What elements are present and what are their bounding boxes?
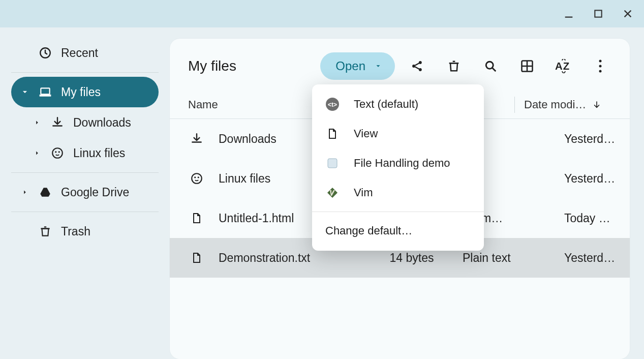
- svg-point-18: [192, 173, 202, 184]
- menu-item-text-default[interactable]: <t> Text (default): [312, 89, 484, 119]
- delete-button[interactable]: [440, 52, 468, 80]
- file-icon: [188, 252, 205, 264]
- file-icon: [188, 212, 205, 224]
- svg-point-15: [599, 60, 602, 63]
- sort-az-icon: AZ: [555, 59, 572, 73]
- svg-text:A: A: [555, 61, 563, 72]
- sidebar-label: Recent: [61, 46, 98, 60]
- svg-point-5: [52, 148, 63, 158]
- sidebar-item-google-drive[interactable]: Google Drive: [11, 177, 159, 207]
- svg-rect-23: [328, 159, 337, 168]
- menu-label: Text (default): [354, 98, 418, 111]
- sidebar-item-linux-files[interactable]: Linux files: [23, 138, 159, 168]
- sidebar-item-my-files[interactable]: My files: [11, 77, 159, 107]
- download-icon: [188, 132, 205, 145]
- open-button[interactable]: Open: [320, 52, 395, 80]
- linux-icon: [188, 172, 205, 185]
- sidebar-label: Trash: [61, 225, 90, 238]
- linux-icon: [51, 146, 64, 160]
- menu-divider: [312, 212, 484, 212]
- divider: [11, 72, 159, 73]
- sidebar-label: Linux files: [73, 146, 125, 160]
- share-icon: [410, 59, 424, 73]
- svg-point-16: [599, 65, 602, 68]
- svg-rect-0: [565, 17, 573, 18]
- close-button[interactable]: [618, 4, 638, 24]
- sidebar-label: Google Drive: [61, 186, 129, 199]
- grid-icon: [520, 59, 534, 73]
- page-title: My files: [188, 58, 320, 74]
- file-date: Yesterday 9:2…: [549, 132, 616, 146]
- sidebar-label: Downloads: [73, 116, 131, 130]
- clock-icon: [39, 46, 52, 59]
- sidebar-item-recent[interactable]: Recent: [11, 38, 159, 68]
- view-toggle-button[interactable]: [513, 52, 541, 80]
- sidebar-item-downloads[interactable]: Downloads: [23, 107, 159, 138]
- menu-item-vim[interactable]: Vim: [312, 178, 484, 207]
- svg-point-17: [599, 70, 602, 73]
- file-date: Yesterday 7:0…: [549, 172, 616, 186]
- arrow-down-icon: [592, 100, 601, 109]
- svg-point-7: [58, 151, 60, 153]
- maximize-button[interactable]: [588, 4, 608, 24]
- menu-item-view[interactable]: View: [312, 119, 484, 148]
- toolbar: My files Open AZ: [170, 39, 630, 91]
- svg-point-20: [198, 176, 199, 178]
- file-size: 14 bytes: [361, 251, 463, 265]
- menu-item-change-default[interactable]: Change default…: [312, 216, 484, 246]
- sidebar-item-trash[interactable]: Trash: [11, 216, 159, 247]
- column-date[interactable]: Date modi…: [524, 98, 616, 111]
- more-button[interactable]: [586, 52, 615, 80]
- trash-icon: [39, 225, 52, 238]
- search-button[interactable]: [476, 52, 505, 80]
- svg-rect-3: [41, 88, 49, 94]
- trash-icon: [447, 59, 461, 73]
- svg-text:Z: Z: [563, 61, 569, 72]
- share-button[interactable]: [403, 52, 432, 80]
- chevron-right-icon: [33, 149, 42, 157]
- minimize-button[interactable]: [559, 4, 579, 24]
- column-separator: [514, 97, 515, 113]
- vim-icon: [325, 186, 340, 200]
- sort-button[interactable]: AZ: [549, 52, 578, 80]
- menu-label: Change default…: [325, 224, 412, 237]
- chevron-down-icon: [375, 63, 382, 70]
- more-vert-icon: [598, 59, 602, 73]
- menu-label: Vim: [354, 186, 373, 199]
- svg-text:<t>: <t>: [328, 101, 337, 108]
- svg-point-6: [55, 151, 56, 153]
- sidebar-label: My files: [61, 85, 101, 99]
- file-type: Plain text: [463, 251, 549, 265]
- google-drive-icon: [39, 186, 52, 199]
- demo-app-icon: [325, 156, 340, 170]
- open-with-menu: <t> Text (default) View File Handling de…: [312, 84, 484, 251]
- menu-item-file-handling-demo[interactable]: File Handling demo: [312, 148, 484, 178]
- divider: [11, 172, 159, 173]
- menu-label: View: [354, 127, 378, 140]
- file-date: Today 7:54 AM: [549, 212, 616, 225]
- chevron-right-icon: [33, 119, 42, 126]
- sidebar: Recent My files Downloads: [0, 27, 170, 359]
- chevron-right-icon: [20, 189, 29, 196]
- window-titlebar: [0, 0, 644, 27]
- main-panel: My files Open AZ: [170, 39, 630, 359]
- laptop-icon: [39, 85, 52, 99]
- file-name: Demonstration.txt: [219, 251, 361, 265]
- file-date: Yesterday 9:1…: [549, 251, 616, 265]
- menu-label: File Handling demo: [354, 157, 450, 170]
- text-badge-icon: <t>: [325, 97, 340, 111]
- svg-point-19: [194, 176, 196, 178]
- file-icon: [325, 127, 340, 141]
- svg-rect-1: [595, 10, 601, 17]
- divider: [11, 212, 159, 212]
- svg-rect-4: [40, 95, 51, 96]
- search-icon: [483, 59, 498, 73]
- download-icon: [51, 116, 64, 129]
- open-label: Open: [335, 59, 365, 73]
- chevron-down-icon: [20, 88, 29, 96]
